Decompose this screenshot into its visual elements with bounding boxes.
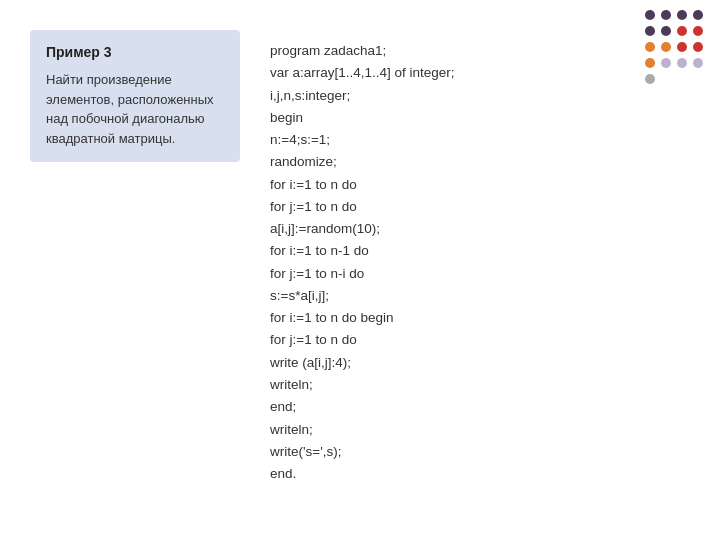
dot (661, 10, 671, 20)
code-block: program zadacha1; var a:array[1..4,1..4]… (270, 40, 690, 485)
example-title: Пример 3 (46, 44, 224, 60)
dot (661, 42, 671, 52)
dot (645, 58, 655, 68)
dot (693, 42, 703, 52)
dot (693, 10, 703, 20)
code-panel: program zadacha1; var a:array[1..4,1..4]… (270, 30, 700, 495)
dot (677, 10, 687, 20)
dot (693, 74, 703, 84)
example-description: Найти произведение элементов, расположен… (46, 70, 224, 148)
dot (645, 42, 655, 52)
dot (645, 10, 655, 20)
page-container: Пример 3 Найти произведение элементов, р… (0, 0, 720, 540)
left-panel: Пример 3 Найти произведение элементов, р… (30, 30, 240, 162)
dot (677, 26, 687, 36)
dots-decoration (645, 10, 705, 86)
dot (693, 26, 703, 36)
dot (645, 26, 655, 36)
dot (677, 42, 687, 52)
dot (677, 74, 687, 84)
dot (661, 74, 671, 84)
dot (661, 58, 671, 68)
dot (677, 58, 687, 68)
dot (693, 58, 703, 68)
dot (661, 26, 671, 36)
dot (645, 74, 655, 84)
